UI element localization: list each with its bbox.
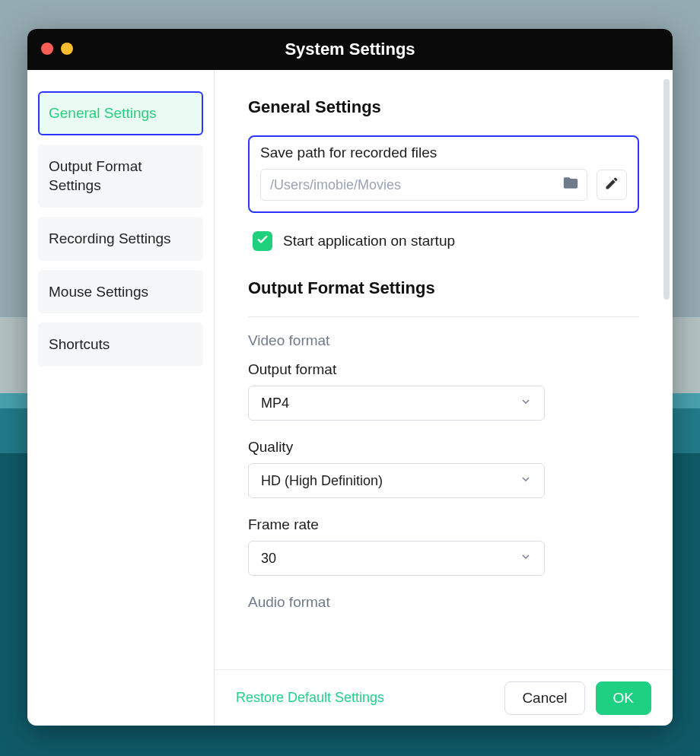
section-heading-general: General Settings	[248, 97, 639, 117]
settings-window: System Settings General Settings Output …	[27, 29, 673, 726]
save-path-input[interactable]: /Users/imobie/Movies	[260, 169, 587, 201]
restore-default-link[interactable]: Restore Default Settings	[236, 690, 384, 706]
cancel-button[interactable]: Cancel	[504, 681, 584, 715]
quality-label: Quality	[248, 439, 639, 456]
sidebar: General Settings Output Format Settings …	[27, 70, 215, 726]
chevron-down-icon	[520, 473, 532, 489]
quality-value: HD (High Definition)	[261, 473, 383, 489]
startup-checkbox-label: Start application on startup	[283, 233, 455, 249]
section-divider	[248, 316, 639, 317]
ok-button[interactable]: OK	[596, 681, 651, 715]
output-format-label: Output format	[248, 361, 639, 378]
edit-path-button[interactable]	[597, 170, 627, 200]
save-path-group: Save path for recorded files /Users/imob…	[248, 135, 639, 213]
save-path-label: Save path for recorded files	[260, 145, 627, 161]
window-title: System Settings	[27, 40, 673, 59]
sidebar-item-general-settings[interactable]: General Settings	[38, 91, 203, 135]
audio-format-subheading: Audio format	[248, 594, 639, 611]
save-path-value: /Users/imobie/Movies	[270, 177, 401, 193]
content-wrap: General Settings Save path for recorded …	[215, 70, 673, 726]
frame-rate-select[interactable]: 30	[248, 541, 545, 576]
sidebar-item-recording-settings[interactable]: Recording Settings	[38, 217, 203, 261]
folder-icon[interactable]	[562, 175, 579, 195]
quality-select[interactable]: HD (High Definition)	[248, 463, 545, 498]
minimize-window-button[interactable]	[61, 43, 73, 55]
frame-rate-label: Frame rate	[248, 516, 639, 533]
close-window-button[interactable]	[41, 43, 53, 55]
startup-checkbox[interactable]	[253, 231, 272, 251]
startup-checkbox-row[interactable]: Start application on startup	[253, 231, 639, 251]
sidebar-item-output-format-settings[interactable]: Output Format Settings	[38, 145, 203, 208]
content-scroll[interactable]: General Settings Save path for recorded …	[215, 70, 673, 669]
section-heading-output-format: Output Format Settings	[248, 278, 639, 298]
footer-actions: Cancel OK	[504, 681, 651, 715]
output-format-select[interactable]: MP4	[248, 386, 545, 421]
output-format-value: MP4	[261, 395, 289, 411]
check-icon	[256, 233, 269, 249]
window-controls	[41, 43, 73, 55]
titlebar: System Settings	[27, 29, 673, 70]
scrollbar[interactable]	[663, 79, 670, 300]
pencil-icon	[604, 176, 619, 194]
sidebar-item-shortcuts[interactable]: Shortcuts	[38, 322, 203, 367]
chevron-down-icon	[520, 395, 532, 411]
frame-rate-value: 30	[261, 551, 276, 567]
window-body: General Settings Output Format Settings …	[27, 70, 673, 726]
video-format-subheading: Video format	[248, 332, 639, 349]
footer: Restore Default Settings Cancel OK	[215, 669, 673, 726]
chevron-down-icon	[520, 551, 532, 567]
sidebar-item-mouse-settings[interactable]: Mouse Settings	[38, 270, 203, 314]
